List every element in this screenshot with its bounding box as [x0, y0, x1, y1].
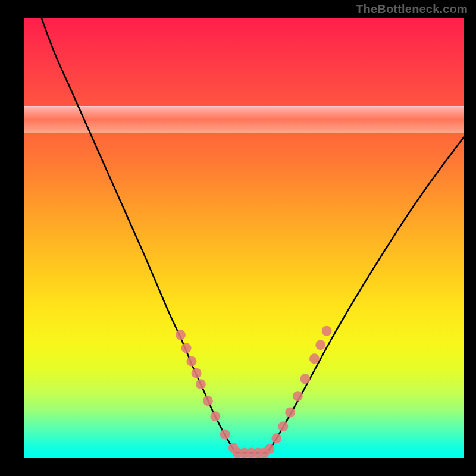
- marker-dot: [309, 353, 320, 364]
- curve-left-curve: [42, 18, 236, 453]
- curve-right-curve: [267, 137, 464, 453]
- marker-dot: [271, 433, 281, 443]
- chart-frame: TheBottleneck.com: [0, 0, 476, 476]
- marker-dot: [315, 340, 325, 350]
- marker-dot: [196, 379, 206, 389]
- marker-dot: [259, 448, 270, 458]
- marker-dot: [192, 368, 202, 378]
- marker-dot: [278, 421, 288, 431]
- marker-dot: [176, 330, 186, 340]
- marker-dot: [181, 343, 192, 353]
- marker-dot: [285, 408, 295, 418]
- marker-dot: [203, 396, 213, 406]
- marker-dot: [300, 374, 310, 384]
- marker-dot: [220, 430, 230, 440]
- marker-dot: [186, 356, 196, 367]
- marker-dot: [293, 391, 303, 401]
- marker-dot: [210, 411, 220, 421]
- curve-svg: [24, 18, 464, 458]
- plot-area: [24, 18, 464, 458]
- watermark-text: TheBottleneck.com: [356, 2, 468, 16]
- marker-dot: [322, 326, 332, 336]
